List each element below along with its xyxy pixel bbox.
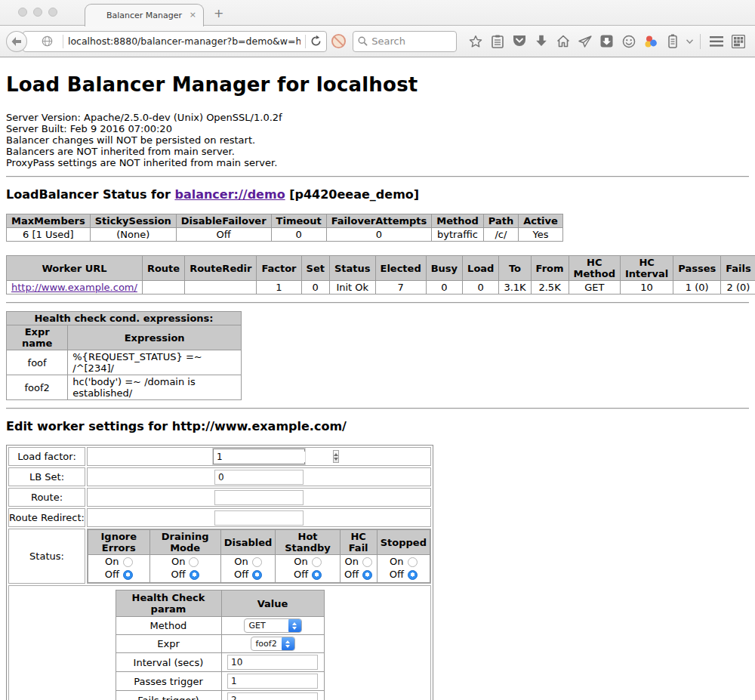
col-timeout: Timeout [271, 214, 326, 228]
downloads-icon[interactable] [530, 31, 552, 52]
cell-hc-method: GET [569, 281, 620, 294]
url-bar[interactable]: localhost:8880/balancer-manager?b=demo&w… [23, 31, 327, 52]
col-worker-url: Worker URL [7, 256, 143, 281]
off-label: Off [234, 569, 248, 580]
hc-expr-row: foof2 hc('body') =~ /domain is establish… [7, 375, 242, 400]
edit-worker-heading: Edit worker settings for http://www.exam… [6, 419, 749, 433]
tab-title: Balancer Manager [106, 11, 182, 20]
zoom-window-button[interactable] [48, 8, 57, 17]
close-icon[interactable]: × [190, 11, 196, 20]
page-title: Load Balancer Manager for localhost [6, 73, 749, 96]
ignore-errors-on-radio[interactable] [123, 557, 133, 567]
status-options-table: Ignore Errors Draining Mode Disabled Hot… [88, 529, 430, 583]
back-arrow-icon [11, 37, 22, 46]
col-hot-standby: Hot Standby [276, 530, 340, 555]
balancer-row: 6 [1 Used] (None) Off 0 0 bytraffic /c/ … [7, 228, 563, 242]
home-icon[interactable] [552, 31, 574, 52]
browser-window: Balancer Manager × + localhost:8880/bala… [0, 0, 755, 700]
cell-stickysession: (None) [90, 228, 176, 242]
route-redirect-input[interactable] [214, 510, 304, 526]
hc-method-select[interactable]: GET [244, 618, 302, 633]
url-divider [63, 35, 63, 48]
search-bar[interactable] [353, 31, 457, 52]
divider [6, 302, 749, 304]
cell-expr-name: foof [7, 350, 68, 375]
col-method: Method [432, 214, 483, 228]
search-icon [358, 36, 368, 46]
hot-standby-radio-group: On Off [276, 557, 339, 580]
reading-list-icon[interactable] [486, 31, 508, 52]
disabled-on-radio[interactable] [252, 557, 262, 567]
url-text[interactable]: localhost:8880/balancer-manager?b=demo&w… [68, 35, 300, 47]
load-factor-field[interactable] [213, 449, 305, 464]
cell-from: 2.5K [531, 281, 569, 294]
disabled-off-radio[interactable] [252, 570, 262, 580]
hc-passes-input[interactable] [227, 674, 318, 689]
hc-expr-row: foof %{REQUEST_STATUS} =~ /^[234]/ [7, 350, 242, 375]
hot-standby-off-radio[interactable] [312, 570, 322, 580]
reload-icon[interactable] [310, 35, 322, 47]
page-content: Load Balancer Manager for localhost Serv… [0, 57, 755, 700]
apps-grid-icon[interactable] [727, 31, 749, 52]
server-built-line: Server Built: Feb 9 2016 07:00:20 [6, 123, 749, 134]
worker-url-link[interactable]: http://www.example.com/ [11, 282, 137, 293]
cell-method: bytraffic [432, 228, 483, 242]
pocket-icon[interactable] [508, 31, 530, 52]
script-blocker-icon[interactable] [327, 33, 350, 49]
send-page-icon[interactable] [574, 31, 596, 52]
cell-status: Init Ok [329, 281, 375, 294]
hc-method-value: GET [245, 621, 288, 631]
stopped-off-radio[interactable] [408, 570, 418, 580]
battery-icon[interactable] [661, 31, 683, 52]
number-stepper-icon[interactable] [333, 450, 339, 463]
cell-route [142, 281, 184, 294]
draining-mode-off-radio[interactable] [190, 570, 199, 580]
off-label: Off [294, 569, 308, 580]
hot-standby-on-radio[interactable] [312, 557, 322, 567]
on-label: On [105, 557, 119, 567]
on-label: On [390, 557, 403, 567]
search-input[interactable] [371, 35, 447, 47]
new-tab-button[interactable]: + [214, 6, 223, 20]
chat-smiley-icon[interactable] [618, 31, 639, 52]
minimize-window-button[interactable] [33, 8, 42, 17]
toolbar-buttons [464, 31, 749, 52]
back-button[interactable] [6, 31, 27, 52]
route-input[interactable] [214, 490, 304, 505]
menu-icon[interactable] [705, 31, 727, 52]
cell-timeout: 0 [271, 228, 326, 242]
cell-elected: 7 [375, 281, 426, 294]
hc-fail-on-radio[interactable] [362, 557, 372, 567]
cell-hc-interval: 10 [620, 281, 673, 294]
tab-balancer-manager[interactable]: Balancer Manager × [85, 4, 204, 26]
draining-mode-on-radio[interactable] [189, 557, 199, 567]
stopped-on-radio[interactable] [408, 557, 418, 567]
balancer-demo-link[interactable]: balancer://demo [174, 187, 285, 202]
hc-expr-select[interactable]: foof2 [251, 637, 295, 651]
cell-set: 0 [301, 281, 329, 294]
col-expr-name: Expr name [7, 325, 68, 350]
col-hc-interval: HC Interval [620, 256, 673, 281]
traffic-lights [18, 8, 57, 17]
lb-status-suffix: [p4420eeae_demo] [285, 187, 420, 202]
bookmark-star-icon[interactable] [464, 31, 486, 52]
col-fails: Fails [721, 256, 755, 281]
cell-failoverattempts: 0 [326, 228, 432, 242]
load-factor-input[interactable] [214, 452, 333, 462]
off-label: Off [390, 569, 404, 580]
save-to-device-icon[interactable] [596, 31, 618, 52]
hc-fails-input[interactable] [227, 692, 318, 700]
lb-set-input[interactable] [214, 470, 304, 485]
hc-interval-input[interactable] [227, 655, 318, 670]
chevron-down-icon[interactable] [683, 31, 695, 52]
hc-fail-off-radio[interactable] [362, 570, 372, 580]
close-window-button[interactable] [18, 8, 27, 17]
load-factor-label: Load factor: [8, 447, 85, 466]
hc-interval-label: Interval (secs) [116, 653, 221, 672]
inherit-note-line: Balancers are NOT inherited from main se… [6, 146, 749, 157]
lb-status-heading: LoadBalancer Status for balancer://demo … [6, 187, 749, 202]
ignore-errors-off-radio[interactable] [123, 570, 133, 580]
off-label: Off [344, 569, 359, 580]
on-label: On [234, 557, 248, 567]
color-dots-icon[interactable] [639, 31, 661, 52]
